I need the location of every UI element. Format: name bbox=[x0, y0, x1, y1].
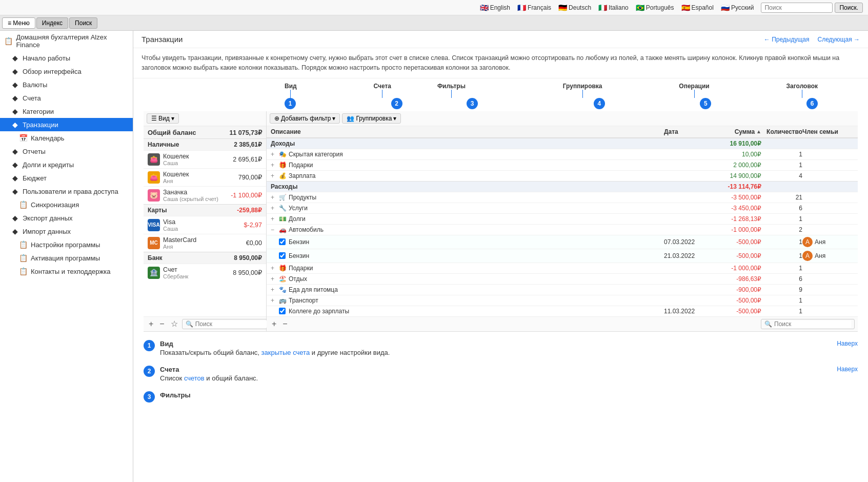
callout-line-oper bbox=[694, 90, 695, 98]
trans-row-gifts-income[interactable]: + 🎁 Подарки 2 000,00₽ 1 bbox=[267, 159, 858, 170]
sidebar-item-accounts[interactable]: ◆ Счета bbox=[0, 91, 133, 105]
accounts-search-input[interactable] bbox=[195, 320, 272, 328]
sidebar-item-export[interactable]: ◆ Экспорт данных bbox=[0, 211, 133, 225]
trans-search-box[interactable]: 🔍 bbox=[761, 319, 855, 329]
expand-transport[interactable]: + bbox=[271, 297, 277, 304]
menu-button[interactable]: ≡ Меню bbox=[2, 17, 35, 29]
trans-row-colleague[interactable]: Коллеге до зарплаты 11.03.2022 -500,00₽ … bbox=[267, 306, 858, 316]
sidebar-item-reports[interactable]: ◆ Отчеты bbox=[0, 145, 133, 158]
col-header-qty[interactable]: Количество bbox=[761, 128, 802, 135]
lang-italian[interactable]: 🇮🇹 Italiano bbox=[598, 4, 629, 12]
lang-search-area: Поиск. bbox=[761, 3, 863, 13]
account-mastercard[interactable]: MC MasterCard Аня €0,00 bbox=[144, 234, 266, 252]
sidebar-item-home[interactable]: 📋 Домашняя бухгалтерия Alzex Finance bbox=[0, 31, 133, 51]
account-sberbank[interactable]: 🏦 Счет Сбербанк 8 950,00₽ bbox=[144, 264, 266, 282]
account-piggy-sasha[interactable]: 🐷 Заначка Саша (скрытый счет) -1 100,00₽ bbox=[144, 186, 266, 204]
label-portuguese: Português bbox=[646, 4, 674, 11]
to-top-link-2[interactable]: Наверх bbox=[837, 366, 858, 373]
to-top-link-1[interactable]: Наверх bbox=[837, 340, 858, 347]
accounts-link[interactable]: счетов bbox=[184, 374, 205, 382]
flag-german: 🇩🇪 bbox=[558, 4, 567, 12]
col-header-member[interactable]: Член семьи bbox=[802, 128, 854, 135]
expand-debts[interactable]: + bbox=[271, 215, 277, 223]
search-button[interactable]: Поиск bbox=[69, 17, 97, 29]
mastercard-sub: Аня bbox=[163, 244, 246, 250]
account-visa[interactable]: VISA Visa Саша $-2,97 bbox=[144, 216, 266, 234]
lang-search-button[interactable]: Поиск. bbox=[835, 3, 863, 13]
expand-gifts-income[interactable]: + bbox=[271, 162, 277, 169]
sidebar-item-contacts[interactable]: 📋 Контакты и техподдержка bbox=[0, 265, 133, 278]
expand-gifts-exp[interactable]: + bbox=[271, 265, 277, 272]
sidebar-item-budget[interactable]: ◆ Бюджет bbox=[0, 171, 133, 185]
view-button[interactable]: ☰ Вид ▾ bbox=[147, 113, 179, 124]
sidebar-item-sync[interactable]: 📋 Синхронизация bbox=[0, 198, 133, 211]
accounts-search-box[interactable]: 🔍 bbox=[182, 319, 276, 329]
col-header-sum[interactable]: Сумма ▲ bbox=[710, 128, 761, 135]
sidebar-item-currencies[interactable]: ◆ Валюты bbox=[0, 78, 133, 91]
expand-groceries[interactable]: + bbox=[271, 194, 277, 201]
sidebar-item-debts[interactable]: ◆ Долги и кредиты bbox=[0, 158, 133, 171]
expand-salary[interactable]: + bbox=[271, 172, 277, 179]
debts-label: Долги bbox=[289, 215, 306, 223]
trans-row-salary[interactable]: + 💰 Зарплата 14 900,00₽ 4 bbox=[267, 170, 858, 181]
trans-row-vacation[interactable]: + 🏖️ Отдых -986,63₽ 6 bbox=[267, 273, 858, 284]
trans-row-car[interactable]: − 🚗 Автомобиль -1 000,00₽ 2 bbox=[267, 224, 858, 235]
add-trans-button[interactable]: + bbox=[270, 319, 278, 329]
expand-pet-food[interactable]: + bbox=[271, 286, 277, 293]
lang-french[interactable]: 🇫🇷 Français bbox=[517, 4, 551, 12]
closed-accounts-link[interactable]: закрытые счета bbox=[261, 349, 310, 356]
remove-trans-button[interactable]: − bbox=[280, 319, 289, 329]
gas-1-checkbox[interactable] bbox=[279, 238, 286, 245]
next-link[interactable]: Следующая → bbox=[818, 36, 860, 43]
prev-link[interactable]: ← Предыдущая bbox=[764, 36, 810, 43]
lang-spanish[interactable]: 🇪🇸 Español bbox=[681, 4, 714, 12]
index-button[interactable]: Индекс bbox=[36, 17, 68, 29]
sidebar-item-transactions[interactable]: ◆ Транзакции bbox=[0, 118, 133, 131]
remove-account-button[interactable]: − bbox=[157, 319, 166, 329]
lang-russian[interactable]: 🇷🇺 Русский bbox=[721, 4, 754, 12]
expand-services[interactable]: + bbox=[271, 205, 277, 212]
lang-search-input[interactable] bbox=[761, 3, 833, 13]
sidebar-label-export: Экспорт данных bbox=[23, 214, 72, 222]
trans-row-gas-2[interactable]: Бензин 21.03.2022 -500,00₽ 1 А Аня bbox=[267, 249, 858, 263]
expand-hidden-cat[interactable]: + bbox=[271, 151, 277, 158]
colleague-checkbox[interactable] bbox=[279, 308, 286, 314]
lang-portuguese[interactable]: 🇧🇷 Português bbox=[636, 4, 674, 12]
col-header-date[interactable]: Дата bbox=[664, 128, 710, 135]
lang-german[interactable]: 🇩🇪 Deutsch bbox=[558, 4, 591, 12]
add-filter-button[interactable]: ⊕ Добавить фильтр ▾ bbox=[270, 113, 340, 124]
add-account-button[interactable]: + bbox=[147, 319, 155, 329]
gas-2-checkbox[interactable] bbox=[279, 252, 286, 259]
plus-filter-icon: ⊕ bbox=[274, 115, 279, 122]
star-account-button[interactable]: ☆ bbox=[169, 319, 180, 329]
trans-row-hidden-cat[interactable]: + 🎭 Скрытая категория 10,00₽ 1 bbox=[267, 149, 858, 159]
sidebar-item-calendar[interactable]: 📅 Календарь bbox=[0, 131, 133, 145]
sidebar-item-import[interactable]: ◆ Импорт данных bbox=[0, 225, 133, 238]
expand-car[interactable]: − bbox=[271, 226, 277, 233]
sidebar-item-settings[interactable]: 📋 Настройки программы bbox=[0, 238, 133, 251]
total-balance-row[interactable]: Общий баланс 11 075,73₽ bbox=[144, 126, 266, 138]
sidebar-item-start[interactable]: ◆ Начало работы bbox=[0, 51, 133, 65]
sidebar-item-activation[interactable]: 📋 Активация программы bbox=[0, 251, 133, 265]
group-button[interactable]: 👥 Группировка ▾ bbox=[342, 113, 401, 124]
groceries-sum: -3 500,00₽ bbox=[710, 194, 761, 201]
sidebar-item-categories[interactable]: ◆ Категории bbox=[0, 105, 133, 118]
trans-row-debts[interactable]: + 💵 Долги -1 268,13₽ 1 bbox=[267, 213, 858, 224]
settings-icon: 📋 bbox=[18, 240, 28, 249]
trans-row-groceries[interactable]: + 🛒 Продукты -3 500,00₽ 21 bbox=[267, 192, 858, 203]
trans-row-transport[interactable]: + 🚌 Транспорт -500,00₽ 1 bbox=[267, 295, 858, 306]
trans-row-services[interactable]: + 🔧 Услуги -3 450,00₽ 6 bbox=[267, 203, 858, 213]
callout-circle-2: 2 bbox=[391, 98, 402, 109]
expand-vacation[interactable]: + bbox=[271, 275, 277, 283]
income-group-sum: 16 910,00₽ bbox=[710, 140, 761, 147]
trans-search-input[interactable] bbox=[774, 320, 851, 328]
trans-row-pet-food[interactable]: + 🐾 Еда для питомца -900,00₽ 9 bbox=[267, 284, 858, 295]
account-wallet-sasha[interactable]: 👛 Кошелек Саша 2 695,61₽ bbox=[144, 150, 266, 168]
trans-row-gas-1[interactable]: Бензин 07.03.2022 -500,00₽ 1 А Аня bbox=[267, 235, 858, 249]
lang-english[interactable]: 🇬🇧 English bbox=[480, 4, 510, 12]
trans-row-gifts-exp[interactable]: + 🎁 Подарки -1 000,00₽ 1 bbox=[267, 263, 858, 273]
sidebar-item-overview[interactable]: ◆ Обзор интерфейса bbox=[0, 65, 133, 78]
sidebar-item-users[interactable]: ◆ Пользователи и права доступа bbox=[0, 185, 133, 198]
account-wallet-anya[interactable]: 👛 Кошелек Аня 790,00₽ bbox=[144, 168, 266, 186]
gas-1-label: Бензин bbox=[289, 238, 309, 246]
